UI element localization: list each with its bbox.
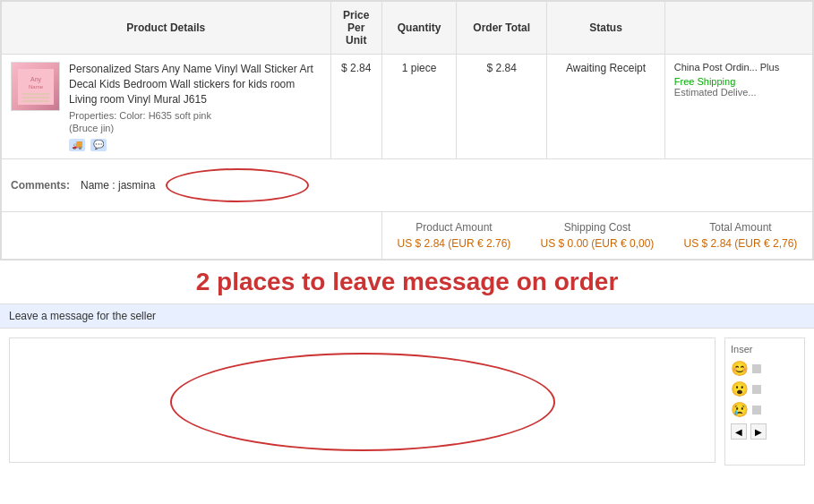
totals-data-cell: Product Amount US $ 2.84 (EUR € 2.76) Sh… (381, 212, 812, 260)
product-properties: Properties: Color: H635 soft pink (69, 110, 321, 121)
total-amount-label: Total Amount (678, 221, 803, 234)
col-product-details: Product Details (2, 2, 331, 55)
col-extra (664, 2, 812, 55)
status-value: Awaiting Receipt (566, 62, 646, 74)
product-amount-col: Product Amount US $ 2.84 (EUR € 2.76) (382, 218, 526, 253)
free-shipping-badge: Free Shipping (674, 76, 803, 87)
annotation-text: 2 places to leave message on order (9, 264, 805, 300)
emoji-prev-button[interactable]: ◀ (731, 423, 747, 440)
message-icon: 💬 (90, 139, 107, 151)
emoji-surprised[interactable]: 😮 (731, 380, 749, 397)
comments-cell: Comments: Name : jasmina (2, 159, 813, 212)
col-quantity: Quantity (381, 2, 456, 55)
emoji-panel: Inser 😊 😮 😢 ◀ ▶ (724, 337, 805, 466)
col-status: Status (547, 2, 664, 55)
annotation-row: 2 places to leave message on order (0, 261, 814, 303)
price-value: $ 2.84 (341, 62, 371, 74)
emoji-sad[interactable]: 😢 (731, 401, 749, 418)
message-textarea-wrapper (9, 337, 715, 466)
product-details-cell: Any Name Personalized Stars Any Name Vin… (2, 55, 331, 159)
comments-label: Comments: (11, 179, 70, 192)
product-image-svg: Any Name (18, 69, 54, 105)
price-cell: $ 2.84 (330, 55, 381, 159)
order-table-wrapper: Product Details Price Per Unit Quantity … (0, 0, 814, 261)
product-thumbnail: Any Name (11, 62, 60, 111)
table-row: Any Name Personalized Stars Any Name Vin… (2, 55, 813, 159)
totals-row: Product Amount US $ 2.84 (EUR € 2.76) Sh… (2, 212, 813, 260)
product-amount-value: US $ 2.84 (EUR € 2.76) (391, 237, 517, 250)
emoji-happy[interactable]: 😊 (731, 360, 749, 377)
svg-text:Name: Name (28, 84, 43, 90)
col-price-per-unit: Price Per Unit (330, 2, 381, 55)
shipping-cost-label: Shipping Cost (535, 221, 660, 234)
comments-oval-highlight (166, 168, 309, 202)
quantity-value: 1 piece (402, 62, 437, 74)
seller-message-section: Leave a message for the seller (0, 303, 814, 329)
order-total-value: $ 2.84 (487, 62, 517, 74)
order-total-cell: $ 2.84 (457, 55, 547, 159)
product-title: Personalized Stars Any Name Vinyl Wall S… (69, 62, 321, 107)
total-amount-col: Total Amount US $ 2.84 (EUR € 2,76) (669, 218, 812, 253)
shipping-cost-value: US $ 0.00 (EUR € 0,00) (535, 237, 660, 250)
emoji-color-1 (752, 364, 761, 373)
emoji-row-3: 😢 (731, 401, 799, 418)
emoji-panel-title: Inser (731, 344, 799, 355)
comments-area: Comments: Name : jasmina (11, 165, 803, 206)
totals-empty-cell (2, 212, 382, 260)
comments-row: Comments: Name : jasmina (2, 159, 813, 212)
seller-message-input[interactable] (9, 337, 715, 463)
svg-text:Any: Any (30, 76, 41, 83)
shipping-cost-col: Shipping Cost US $ 0.00 (EUR € 0,00) (526, 218, 669, 253)
col-order-total: Order Total (457, 2, 547, 55)
emoji-color-3 (752, 406, 761, 414)
shipping-carrier: China Post Ordin... Plus (674, 62, 803, 73)
product-buyer: (Bruce jin) (69, 123, 321, 133)
message-area-row: Inser 😊 😮 😢 ◀ ▶ (0, 329, 814, 474)
quantity-cell: 1 piece (381, 55, 456, 159)
total-amount-value: US $ 2.84 (EUR € 2,76) (678, 237, 803, 250)
seller-message-label: Leave a message for the seller (9, 310, 156, 322)
comments-value: Name : jasmina (81, 179, 155, 192)
status-cell: Awaiting Receipt (547, 55, 664, 159)
product-info: Personalized Stars Any Name Vinyl Wall S… (69, 62, 321, 151)
emoji-row-2: 😮 (731, 380, 799, 397)
emoji-navigation: ◀ ▶ (731, 423, 799, 440)
emoji-row-1: 😊 (731, 360, 799, 377)
emoji-next-button[interactable]: ▶ (750, 423, 767, 440)
emoji-color-2 (752, 385, 761, 394)
estimated-delivery: Estimated Delive... (674, 87, 803, 98)
truck-icon: 🚚 (69, 139, 85, 151)
product-amount-label: Product Amount (391, 221, 517, 234)
order-table: Product Details Price Per Unit Quantity … (1, 1, 813, 260)
product-icons: 🚚 💬 (69, 139, 321, 151)
shipping-info-cell: China Post Ordin... Plus Free Shipping E… (664, 55, 812, 159)
